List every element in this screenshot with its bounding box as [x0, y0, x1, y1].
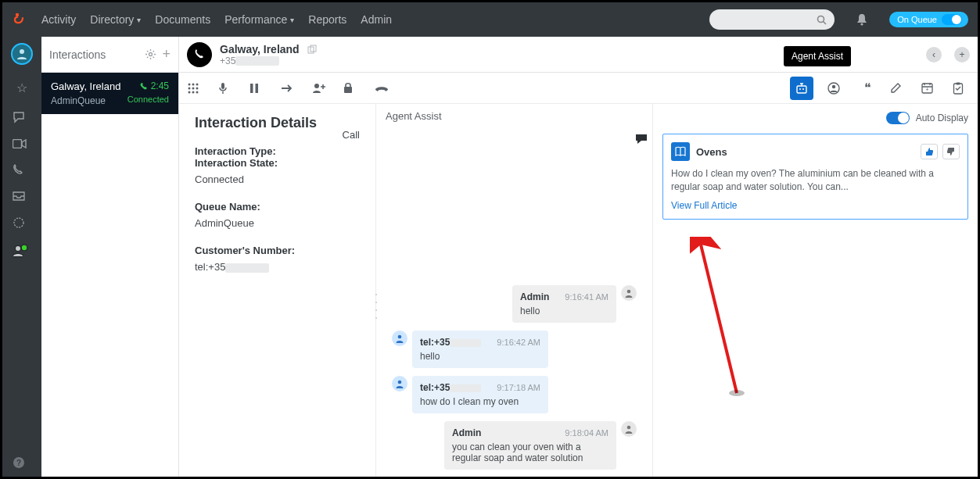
nav-directory[interactable]: Directory▾ — [90, 13, 141, 26]
nav-activity[interactable]: Activity — [41, 13, 76, 26]
user-avatar-icon[interactable] — [11, 43, 33, 65]
gear-icon[interactable] — [145, 49, 156, 59]
redacted — [450, 339, 481, 347]
message-time: 9:16:42 AM — [497, 338, 540, 347]
knowledge-card: Ovens How do I clean my oven? The alumi — [662, 134, 968, 220]
favorites-icon[interactable]: ☆ — [13, 80, 31, 95]
svg-point-6 — [14, 218, 23, 227]
interactions-panel: Interactions + Galway, Ireland AdminQueu… — [41, 37, 179, 477]
svg-point-1 — [818, 16, 824, 22]
phone-icon[interactable] — [13, 164, 31, 176]
svg-text:+: + — [925, 87, 928, 92]
svg-point-4 — [20, 49, 24, 54]
svg-rect-5 — [13, 140, 22, 148]
help-icon[interactable]: ? — [13, 456, 31, 469]
caret-down-icon: ▾ — [290, 16, 294, 24]
interaction-card[interactable]: Galway, Ireland AdminQueue 2:45 Connecte… — [41, 73, 178, 114]
inbox-icon[interactable] — [13, 191, 31, 201]
customer-label: Customer's Number: — [195, 245, 360, 256]
svg-point-32 — [832, 84, 835, 88]
chat-message: Admin9:18:04 AMyou can clean your oven w… — [387, 421, 641, 470]
chat-message: Admin9:16:41 AMhello — [387, 285, 641, 323]
svg-point-14 — [188, 83, 191, 85]
mute-icon[interactable] — [218, 82, 235, 95]
agent-icon[interactable] — [13, 245, 31, 257]
video-icon[interactable] — [13, 139, 31, 148]
message-from: tel:+35 — [420, 337, 481, 348]
nav-performance[interactable]: Performance▾ — [224, 13, 294, 26]
thumbs-down-button[interactable] — [942, 144, 960, 159]
svg-point-29 — [799, 88, 801, 90]
agent-assist-button[interactable] — [790, 77, 813, 100]
left-rail: ☆ ? — [2, 37, 41, 477]
auto-display-toggle[interactable] — [886, 112, 910, 124]
toggle-switch-icon — [942, 14, 962, 25]
quote-icon[interactable]: ❝ — [859, 80, 876, 95]
svg-rect-28 — [797, 86, 806, 93]
on-queue-toggle[interactable]: On Queue — [889, 12, 968, 27]
view-full-article-link[interactable]: View Full Article — [671, 200, 960, 211]
svg-rect-24 — [250, 84, 253, 93]
svg-point-16 — [196, 83, 199, 85]
call-toolbar: Agent Assist — [179, 73, 978, 104]
interaction-state: Connected — [127, 95, 169, 104]
queue-label: Queue Name: — [195, 201, 360, 213]
message-from: Admin — [520, 291, 549, 302]
call-number: +35 — [220, 55, 317, 66]
nav-admin[interactable]: Admin — [361, 13, 392, 26]
copy-icon[interactable] — [307, 45, 317, 54]
svg-text:?: ? — [16, 459, 21, 467]
message-text: you can clean your oven with a regular s… — [452, 441, 608, 463]
nav-documents[interactable]: Documents — [155, 13, 210, 26]
svg-point-3 — [861, 23, 863, 25]
add-button[interactable]: + — [954, 47, 970, 63]
add-icon[interactable]: + — [162, 46, 171, 63]
svg-point-8 — [22, 245, 27, 250]
svg-point-38 — [398, 335, 402, 339]
svg-rect-25 — [256, 84, 259, 93]
svg-point-30 — [802, 88, 804, 90]
hold-icon[interactable] — [249, 83, 267, 94]
agent-assist-tooltip: Agent Assist — [784, 46, 851, 66]
svg-point-21 — [192, 91, 195, 93]
back-button[interactable]: ‹ — [926, 47, 942, 63]
svg-rect-27 — [344, 87, 352, 93]
type-value: Call — [343, 129, 360, 141]
settings-ring-icon[interactable] — [13, 216, 31, 229]
add-participant-icon[interactable] — [312, 82, 329, 94]
call-title: Galway, Ireland — [220, 43, 317, 55]
dialpad-icon[interactable] — [187, 82, 204, 95]
search-input[interactable] — [709, 9, 835, 30]
edit-icon[interactable] — [890, 82, 907, 94]
secure-icon[interactable] — [343, 82, 361, 94]
svg-point-19 — [196, 87, 199, 89]
transfer-icon[interactable] — [281, 84, 298, 93]
auto-display-label: Auto Display — [916, 113, 968, 123]
thumbs-up-button[interactable] — [921, 144, 938, 159]
card-snippet: How do I clean my oven? The aluminium ca… — [671, 167, 960, 194]
clipboard-icon[interactable] — [953, 82, 970, 95]
message-from: Admin — [452, 427, 481, 438]
message-from: tel:+35 — [420, 382, 481, 393]
chat-icon[interactable] — [13, 111, 31, 123]
message-bubble: Admin9:16:41 AMhello — [512, 285, 616, 323]
agent-avatar-icon — [621, 285, 637, 301]
redacted — [450, 384, 481, 392]
queue-value: AdminQueue — [195, 217, 360, 229]
schedule-icon[interactable]: + — [921, 82, 939, 94]
brand-logo-icon — [12, 12, 27, 27]
redacted — [235, 56, 279, 66]
notifications-icon[interactable] — [849, 13, 875, 26]
assist-header: Agent Assist — [376, 104, 652, 129]
profile-icon[interactable] — [827, 82, 845, 95]
hangup-icon[interactable] — [375, 84, 392, 93]
phone-circle-icon — [187, 42, 212, 67]
interaction-details-panel: Interaction Details Interaction Type: Ca… — [179, 104, 376, 477]
interaction-duration: 2:45 — [140, 80, 169, 91]
type-label: Interaction Type: — [195, 145, 360, 157]
nav-reports[interactable]: Reports — [308, 13, 346, 26]
details-heading: Interaction Details — [195, 115, 360, 131]
message-bubble: Admin9:18:04 AMyou can clean your oven w… — [444, 421, 616, 470]
state-value: Connected — [195, 173, 360, 185]
customer-avatar-icon — [392, 376, 407, 391]
